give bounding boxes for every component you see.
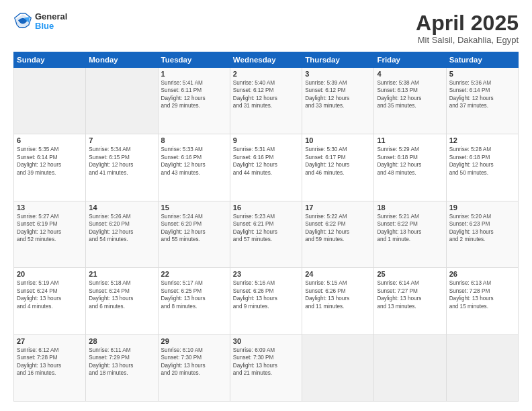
day-number: 29 (161, 337, 227, 345)
day-info: Sunrise: 5:20 AM Sunset: 6:23 PM Dayligh… (449, 213, 515, 244)
day-header-sunday: Sunday (14, 52, 86, 68)
day-info: Sunrise: 5:36 AM Sunset: 6:14 PM Dayligh… (449, 79, 515, 110)
day-info: Sunrise: 6:12 AM Sunset: 7:28 PM Dayligh… (17, 347, 83, 377)
day-header-friday: Friday (374, 52, 446, 68)
day-cell: 28Sunrise: 6:11 AM Sunset: 7:29 PM Dayli… (86, 334, 158, 401)
day-number: 3 (305, 70, 371, 78)
day-number: 26 (449, 270, 515, 278)
day-info: Sunrise: 5:18 AM Sunset: 6:24 PM Dayligh… (89, 279, 154, 310)
day-cell: 7Sunrise: 5:34 AM Sunset: 6:15 PM Daylig… (86, 134, 158, 201)
calendar-header-row: SundayMondayTuesdayWednesdayThursdayFrid… (14, 52, 519, 68)
week-row-0: 1Sunrise: 5:41 AM Sunset: 6:11 PM Daylig… (14, 68, 519, 134)
day-info: Sunrise: 5:23 AM Sunset: 6:21 PM Dayligh… (233, 213, 299, 244)
day-cell (374, 334, 446, 401)
day-number: 15 (161, 203, 227, 212)
day-number: 1 (161, 70, 227, 78)
day-cell: 19Sunrise: 5:20 AM Sunset: 6:23 PM Dayli… (446, 201, 518, 267)
day-header-saturday: Saturday (446, 52, 518, 68)
day-number: 17 (305, 203, 371, 212)
day-cell: 10Sunrise: 5:30 AM Sunset: 6:17 PM Dayli… (302, 134, 374, 201)
day-number: 6 (17, 136, 83, 144)
day-cell: 2Sunrise: 5:40 AM Sunset: 6:12 PM Daylig… (230, 68, 302, 134)
day-cell: 13Sunrise: 5:27 AM Sunset: 6:19 PM Dayli… (14, 201, 86, 267)
day-cell: 4Sunrise: 5:38 AM Sunset: 6:13 PM Daylig… (374, 68, 446, 134)
day-number: 18 (377, 203, 443, 212)
day-header-monday: Monday (86, 52, 158, 68)
day-cell: 29Sunrise: 6:10 AM Sunset: 7:30 PM Dayli… (158, 334, 230, 401)
week-row-4: 27Sunrise: 6:12 AM Sunset: 7:28 PM Dayli… (14, 334, 519, 401)
day-cell: 15Sunrise: 5:24 AM Sunset: 6:20 PM Dayli… (158, 201, 230, 267)
day-info: Sunrise: 6:14 AM Sunset: 7:27 PM Dayligh… (377, 279, 443, 310)
day-cell: 18Sunrise: 5:21 AM Sunset: 6:22 PM Dayli… (374, 201, 446, 267)
day-number: 25 (377, 270, 443, 278)
day-number: 24 (305, 270, 371, 278)
day-cell: 3Sunrise: 5:39 AM Sunset: 6:12 PM Daylig… (302, 68, 374, 134)
day-cell (14, 68, 86, 134)
title-block: April 2025 Mit Salsil, Dakahlia, Egypt (416, 12, 519, 45)
day-number: 13 (17, 203, 83, 212)
day-info: Sunrise: 5:30 AM Sunset: 6:17 PM Dayligh… (305, 146, 371, 177)
day-number: 9 (233, 136, 299, 144)
day-info: Sunrise: 5:41 AM Sunset: 6:11 PM Dayligh… (161, 79, 227, 110)
day-info: Sunrise: 5:28 AM Sunset: 6:18 PM Dayligh… (449, 146, 515, 177)
day-info: Sunrise: 5:15 AM Sunset: 6:26 PM Dayligh… (305, 279, 371, 310)
day-cell: 26Sunrise: 6:13 AM Sunset: 7:28 PM Dayli… (446, 268, 518, 334)
day-info: Sunrise: 5:19 AM Sunset: 6:24 PM Dayligh… (17, 279, 83, 310)
day-cell: 1Sunrise: 5:41 AM Sunset: 6:11 PM Daylig… (158, 68, 230, 134)
day-info: Sunrise: 5:35 AM Sunset: 6:14 PM Dayligh… (17, 146, 83, 177)
week-row-3: 20Sunrise: 5:19 AM Sunset: 6:24 PM Dayli… (14, 268, 519, 334)
day-cell: 30Sunrise: 6:09 AM Sunset: 7:30 PM Dayli… (230, 334, 302, 401)
day-info: Sunrise: 5:33 AM Sunset: 6:16 PM Dayligh… (161, 146, 227, 177)
calendar-table: SundayMondayTuesdayWednesdayThursdayFrid… (13, 52, 519, 402)
day-info: Sunrise: 5:22 AM Sunset: 6:22 PM Dayligh… (305, 213, 371, 244)
day-cell (302, 334, 374, 401)
day-info: Sunrise: 5:27 AM Sunset: 6:19 PM Dayligh… (17, 213, 83, 244)
day-number: 21 (89, 270, 154, 278)
page: General Blue April 2025 Mit Salsil, Daka… (0, 0, 532, 411)
day-cell: 9Sunrise: 5:31 AM Sunset: 6:16 PM Daylig… (230, 134, 302, 201)
day-info: Sunrise: 6:13 AM Sunset: 7:28 PM Dayligh… (449, 279, 515, 310)
day-number: 23 (233, 270, 299, 278)
day-number: 10 (305, 136, 371, 144)
day-info: Sunrise: 5:26 AM Sunset: 6:20 PM Dayligh… (89, 213, 154, 244)
day-cell: 24Sunrise: 5:15 AM Sunset: 6:26 PM Dayli… (302, 268, 374, 334)
day-info: Sunrise: 5:34 AM Sunset: 6:15 PM Dayligh… (89, 146, 154, 177)
day-cell: 17Sunrise: 5:22 AM Sunset: 6:22 PM Dayli… (302, 201, 374, 267)
day-cell (446, 334, 518, 401)
day-header-wednesday: Wednesday (230, 52, 302, 68)
header: General Blue April 2025 Mit Salsil, Daka… (13, 12, 519, 45)
day-number: 28 (89, 337, 154, 345)
day-info: Sunrise: 5:17 AM Sunset: 6:25 PM Dayligh… (161, 279, 227, 310)
day-info: Sunrise: 5:29 AM Sunset: 6:18 PM Dayligh… (377, 146, 443, 177)
day-cell: 11Sunrise: 5:29 AM Sunset: 6:18 PM Dayli… (374, 134, 446, 201)
day-number: 7 (89, 136, 154, 144)
logo-icon (13, 12, 32, 31)
day-number: 14 (89, 203, 154, 212)
day-cell: 25Sunrise: 6:14 AM Sunset: 7:27 PM Dayli… (374, 268, 446, 334)
day-number: 30 (233, 337, 299, 345)
day-cell: 6Sunrise: 5:35 AM Sunset: 6:14 PM Daylig… (14, 134, 86, 201)
day-info: Sunrise: 5:21 AM Sunset: 6:22 PM Dayligh… (377, 213, 443, 244)
logo-text: General Blue (35, 12, 67, 32)
day-number: 4 (377, 70, 443, 78)
day-info: Sunrise: 5:40 AM Sunset: 6:12 PM Dayligh… (233, 79, 299, 110)
day-number: 20 (17, 270, 83, 278)
day-info: Sunrise: 5:24 AM Sunset: 6:20 PM Dayligh… (161, 213, 227, 244)
day-cell: 27Sunrise: 6:12 AM Sunset: 7:28 PM Dayli… (14, 334, 86, 401)
day-cell: 20Sunrise: 5:19 AM Sunset: 6:24 PM Dayli… (14, 268, 86, 334)
day-number: 27 (17, 337, 83, 345)
day-number: 11 (377, 136, 443, 144)
day-cell: 8Sunrise: 5:33 AM Sunset: 6:16 PM Daylig… (158, 134, 230, 201)
day-cell: 22Sunrise: 5:17 AM Sunset: 6:25 PM Dayli… (158, 268, 230, 334)
day-number: 12 (449, 136, 515, 144)
day-cell: 12Sunrise: 5:28 AM Sunset: 6:18 PM Dayli… (446, 134, 518, 201)
logo: General Blue (13, 12, 67, 32)
day-number: 2 (233, 70, 299, 78)
day-number: 16 (233, 203, 299, 212)
day-number: 5 (449, 70, 515, 78)
day-info: Sunrise: 5:38 AM Sunset: 6:13 PM Dayligh… (377, 79, 443, 110)
week-row-1: 6Sunrise: 5:35 AM Sunset: 6:14 PM Daylig… (14, 134, 519, 201)
day-info: Sunrise: 6:10 AM Sunset: 7:30 PM Dayligh… (161, 347, 227, 377)
day-cell: 14Sunrise: 5:26 AM Sunset: 6:20 PM Dayli… (86, 201, 158, 267)
day-info: Sunrise: 6:09 AM Sunset: 7:30 PM Dayligh… (233, 347, 299, 377)
